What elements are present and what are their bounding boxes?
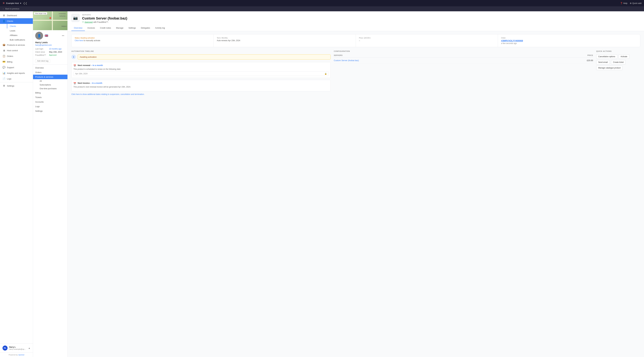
config-col-servers: SERVERS: [334, 54, 342, 56]
client-nav-settings[interactable]: Settings: [33, 109, 68, 113]
support-icon: 💬: [2, 66, 5, 69]
configuration-section: CONFIGURATION SERVERS PRICE Custom Serve…: [334, 50, 593, 95]
chevron-up-icon[interactable]: ▲: [28, 347, 30, 349]
sidebar-item-dashboard[interactable]: ⊞ Dashboard: [0, 12, 33, 18]
sidebar: ⊞ Dashboard 👤 Clients Clients Leads Affi…: [0, 11, 33, 357]
tab-manage[interactable]: Manage: [114, 25, 126, 31]
timeline-status-box: Awaiting activation: [78, 54, 331, 59]
config-server-name[interactable]: Custom Server (foobar.baz): [334, 59, 359, 62]
user-name: Harry L: [9, 346, 26, 348]
manage-catalogue-product-button[interactable]: Manage catalogue product: [596, 66, 622, 70]
sidebar-item-label: Products & services: [7, 44, 25, 46]
clients-icon: 👤: [2, 20, 5, 22]
map-label-netherlands: Netherlan...: [59, 15, 67, 17]
sidebar-item-orders[interactable]: 📋 Orders: [0, 53, 33, 59]
client-nav-orders[interactable]: Orders: [33, 70, 68, 75]
product-header: 📷 SERVERS Custom Server (foobar.baz) 🛡 A…: [72, 14, 640, 23]
show-dates-link[interactable]: Click here: [72, 93, 80, 95]
back-bar: ← Back to previous: [0, 6, 644, 11]
client-map[interactable]: Amsterdam Netherlan... Belgium 📍 View la…: [33, 11, 68, 30]
client-nav-one-time[interactable]: One-time purchases: [38, 87, 68, 90]
sidebar-item-billing[interactable]: 💳 Billing: [0, 59, 33, 65]
tab-activity-log[interactable]: Activity log: [153, 25, 168, 31]
product-icon: 📷: [72, 14, 80, 22]
client-nav-logs[interactable]: Logs: [33, 104, 68, 109]
collapse-sidebar-button[interactable]: ❮❮: [23, 2, 27, 5]
sidebar-item-logs[interactable]: 📄 Logs: [0, 76, 33, 81]
activate-link[interactable]: Click here: [75, 39, 83, 42]
sidebar-sub-item-bulk-notifications[interactable]: Bulk notifications: [7, 37, 33, 42]
renewal-date-input[interactable]: Apr 15th, 2024 🔒: [74, 71, 328, 76]
sidebar-sub-item-affiliates[interactable]: Affiliates: [7, 33, 33, 37]
sidebar-item-settings[interactable]: ⚙ Settings: [0, 83, 33, 89]
term-label: Term: Monthly: [217, 37, 352, 39]
activate-button[interactable]: Activate: [618, 54, 630, 59]
approved-link[interactable]: Approved: [84, 21, 92, 23]
client-nav-overview[interactable]: Overview: [33, 65, 68, 70]
back-to-previous-link[interactable]: ← Back to previous: [2, 8, 19, 10]
status-label: Status: Awaiting activation: [75, 37, 210, 39]
add-client-tag-button[interactable]: Add client tag: [35, 59, 50, 63]
three-column-layout: AUTOMATION TIMELINE ℹ Awaiting activatio…: [72, 50, 640, 95]
tab-overview[interactable]: Overview: [72, 25, 85, 31]
dashboard-icon: ⊞: [2, 14, 5, 17]
client-avatar-image: 👤: [37, 34, 41, 37]
client-nav-billing[interactable]: Billing: [33, 90, 68, 95]
logs-icon: 📄: [2, 77, 5, 80]
orders-icon: 📋: [2, 55, 5, 57]
tab-credit-notes[interactable]: Credit notes: [98, 25, 114, 31]
price-sub: –: [359, 39, 495, 42]
quick-actions-section: QUICK ACTIONS Cancellation options Activ…: [596, 50, 640, 95]
settings-icon: ⚙: [2, 84, 5, 87]
tab-delegates[interactable]: Delegates: [138, 25, 153, 31]
last-login-label: Last login: [35, 48, 48, 50]
plus-circle-icon: ⊕: [630, 2, 632, 4]
upmind-link[interactable]: Upmind: [18, 354, 24, 356]
fraudmind-label: FraudMind™: [35, 54, 48, 56]
quick-add-button[interactable]: ⊕ Quick add: [630, 2, 642, 4]
client-email[interactable]: harry@upmind.com: [33, 44, 68, 48]
sidebar-item-products-services[interactable]: 📦 Products & services: [0, 42, 33, 48]
client-nav-all[interactable]: All: [38, 79, 68, 83]
help-button[interactable]: ❓ Help: [620, 2, 628, 4]
client-nav-accounts[interactable]: Accounts: [33, 100, 68, 104]
sidebar-item-support[interactable]: 💬 Support: [0, 65, 33, 70]
sidebar-sub-item-leads[interactable]: Leads: [7, 28, 33, 33]
view-larger-map-link[interactable]: View larger map: [34, 12, 47, 14]
tab-invoices[interactable]: Invoices: [85, 25, 98, 31]
sidebar-item-label: Clients: [7, 20, 13, 22]
tab-settings[interactable]: Settings: [126, 25, 138, 31]
user-info: Harry L harry+example@upmind....: [9, 346, 26, 350]
user-avatar: HL: [2, 346, 8, 351]
sidebar-sub-item-clients[interactable]: Clients: [7, 24, 33, 28]
status-card-price: Price: £20.00 ℹ –: [356, 34, 498, 47]
status-card-term: Term: Monthly Auto-renews Apr 15th, 2024: [214, 34, 356, 47]
lock-icon: 🔒: [324, 73, 327, 75]
sidebar-item-host-control[interactable]: 🖥 Host control: [0, 48, 33, 53]
client-avatar-area: 👤 🇬🇧 •••: [33, 30, 68, 41]
arrow-left-icon: ←: [2, 8, 4, 10]
client-nav-tickets[interactable]: Tickets: [33, 95, 68, 100]
fraudmind-approved[interactable]: Approved: [49, 54, 56, 56]
billing-icon: 💳: [2, 60, 5, 63]
sidebar-item-label: Dashboard: [7, 14, 17, 17]
timeline: ℹ Awaiting activation 📅 Next renewal – i…: [72, 54, 331, 95]
client-nav-subscriptions[interactable]: Subscriptions: [38, 83, 68, 87]
main-content: 📷 SERVERS Custom Server (foobar.baz) 🛡 A…: [68, 11, 644, 357]
last-login-value[interactable]: 10 months ago: [49, 48, 62, 50]
send-email-button[interactable]: Send email: [596, 60, 610, 64]
sidebar-item-clients[interactable]: 👤 Clients: [0, 18, 33, 24]
client-avatar: 👤: [35, 32, 43, 39]
client-nav-products-services[interactable]: Products & services: [33, 75, 68, 79]
status-card-activation: Status: Awaiting activation Click here t…: [72, 34, 214, 47]
create-ticket-button[interactable]: Create ticket: [611, 60, 626, 64]
sidebar-item-insights-reports[interactable]: 📊 Insights and reports: [0, 70, 33, 76]
app-logo[interactable]: ✳ Example Host ▾: [2, 1, 21, 5]
order-link[interactable]: #3MRVXOLYV400069: [501, 39, 637, 42]
status-action: Click here to manually activate: [75, 39, 210, 42]
client-more-button[interactable]: •••: [61, 33, 65, 38]
footer-suffix: to show additional dates relating to sus…: [80, 93, 144, 95]
trust-text: with FraudMind™.: [93, 21, 108, 23]
logo-icon: ✳: [2, 1, 5, 5]
cancellation-options-button[interactable]: Cancellation options: [596, 54, 617, 59]
